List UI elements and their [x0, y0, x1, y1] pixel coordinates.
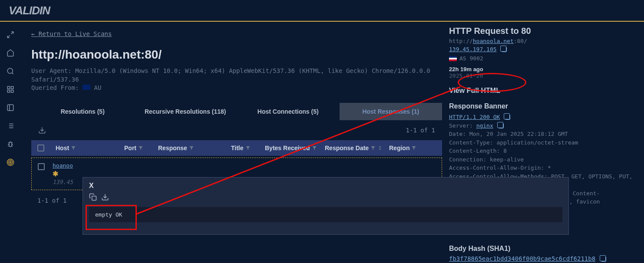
copy-icon[interactable] [601, 256, 606, 262]
svg-rect-3 [11, 90, 13, 92]
svg-rect-5 [7, 105, 13, 111]
filter-icon [189, 145, 194, 151]
col-title[interactable]: Title [231, 145, 261, 151]
filter-icon [71, 145, 76, 151]
row-checkbox[interactable] [38, 163, 45, 170]
banner-ctype: Content-Type: application/octet-stream [449, 139, 578, 146]
grid-icon[interactable] [6, 85, 15, 94]
row-ip: 139.45 [53, 179, 73, 185]
banner-date: Date: Mon, 20 Jan 2025 22:18:12 GMT [449, 131, 568, 137]
banner-clen: Content-Length: 8 [449, 148, 507, 154]
close-icon[interactable]: X [89, 182, 562, 190]
asn-value: AS 9002 [459, 55, 483, 62]
sort-icon [377, 145, 383, 151]
search-icon[interactable] [6, 67, 15, 76]
url-host-link[interactable]: hoanoola.net [473, 38, 514, 44]
svg-rect-1 [7, 86, 10, 89]
col-bytes[interactable]: Bytes Received [265, 145, 321, 151]
col-port[interactable]: Port [124, 145, 155, 151]
select-all-checkbox[interactable] [37, 145, 44, 151]
detail-heading: HTTP Request to 80 [449, 26, 639, 36]
banner-conn: Connection: keep-alive [449, 156, 524, 163]
bug-icon[interactable] [6, 140, 15, 148]
copy-icon[interactable] [502, 47, 507, 52]
col-date[interactable]: Response Date [325, 145, 386, 151]
panel-icon[interactable] [6, 103, 15, 112]
svg-point-0 [7, 68, 13, 73]
filter-icon [245, 145, 251, 151]
banner-server-label: Server: [449, 122, 473, 129]
popup-content: empty OK [89, 207, 562, 222]
expand-icon[interactable] [6, 30, 15, 39]
time-date: 2025-01-20 [449, 72, 639, 79]
download-icon[interactable] [38, 126, 46, 134]
pager-top: 1-1 of 1 [406, 127, 435, 134]
svg-point-8 [9, 161, 13, 164]
col-response[interactable]: Response [158, 145, 228, 151]
svg-rect-2 [11, 86, 13, 89]
sidebar [0, 22, 21, 263]
view-full-html[interactable]: View Full HTML [449, 87, 639, 95]
banner-server-link[interactable]: nginx [476, 122, 493, 129]
col-region[interactable]: Region [389, 145, 419, 151]
star-icon: ✱ [53, 170, 103, 178]
flag-au-icon [83, 85, 90, 90]
url-port: :80/ [514, 38, 527, 44]
banner-status-link[interactable]: HTTP/1.1 200 OK [449, 114, 500, 120]
body-hash-heading: Body Hash (SHA1) [449, 245, 639, 253]
copy-icon[interactable] [89, 193, 97, 201]
flag-uk-icon [449, 56, 457, 61]
tab-host-connections[interactable]: Host Connections (5) [237, 103, 340, 120]
home-icon[interactable] [6, 49, 15, 57]
svg-rect-6 [9, 142, 12, 147]
filter-icon [411, 145, 416, 151]
download-icon[interactable] [101, 193, 109, 201]
page-title: http://hoanoola.net:80/ [31, 48, 442, 62]
response-banner-heading: Response Banner [449, 102, 639, 110]
filter-icon [312, 145, 317, 151]
tab-recursive[interactable]: Recursive Resolutions (118) [134, 103, 237, 120]
row-host-link[interactable]: hoanoo [53, 162, 73, 169]
svg-point-9 [10, 162, 11, 163]
return-link[interactable]: Return to Live Scans [31, 30, 112, 37]
copy-icon[interactable] [499, 123, 504, 128]
tabs: Resolutions (5) Recursive Resolutions (1… [31, 103, 442, 120]
filter-icon [370, 145, 376, 151]
queried-from-label: Queried From: [31, 84, 79, 91]
body-hash-link[interactable]: fb3f78865eac1bdd3406f00b9cae5c6cdf6211b8 [449, 255, 595, 262]
tab-resolutions[interactable]: Resolutions (5) [31, 103, 134, 120]
copy-icon[interactable] [505, 115, 510, 120]
user-agent-label: User Agent: [31, 67, 72, 74]
queried-from-value: AU [94, 84, 101, 91]
table-header: Host Port Response Title Bytes Received … [31, 140, 442, 156]
list-icon[interactable] [6, 122, 15, 130]
url-scheme: http:// [449, 38, 473, 44]
user-agent-value: Mozilla/5.0 (Windows NT 10.0; Win64; x64… [31, 67, 430, 83]
svg-rect-4 [7, 90, 10, 92]
filter-icon [138, 145, 143, 151]
ip-link[interactable]: 139.45.197.105 [449, 46, 497, 53]
time-ago: 22h 19m ago [449, 66, 639, 72]
html-preview-popup: X empty OK [83, 177, 569, 235]
svg-rect-10 [92, 196, 96, 201]
target-icon[interactable] [6, 158, 15, 167]
banner-acao: Access-Control-Allow-Origin: * [449, 164, 551, 171]
col-host[interactable]: Host [56, 145, 121, 151]
brand-logo: VALIDIN [9, 4, 50, 17]
tab-host-responses[interactable]: Host Responses (1) [340, 103, 443, 120]
